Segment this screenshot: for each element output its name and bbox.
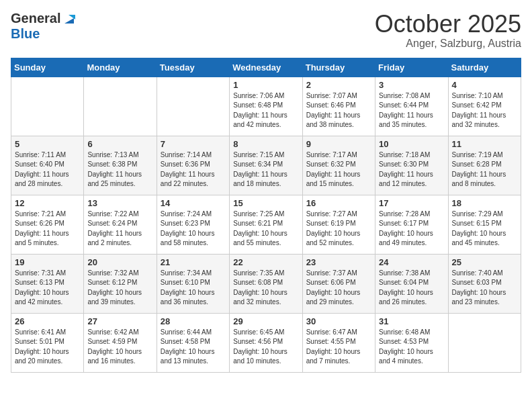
calendar-cell: 30Sunrise: 6:47 AMSunset: 4:55 PMDayligh… [302, 313, 375, 372]
calendar-cell: 13Sunrise: 7:22 AMSunset: 6:24 PMDayligh… [84, 195, 157, 254]
calendar-cell: 11Sunrise: 7:19 AMSunset: 6:28 PMDayligh… [448, 136, 521, 195]
logo-icon [62, 11, 77, 26]
day-info: Sunrise: 6:45 AMSunset: 4:56 PMDaylight:… [233, 328, 298, 367]
day-info: Sunrise: 7:28 AMSunset: 6:17 PMDaylight:… [379, 210, 444, 248]
calendar-cell: 21Sunrise: 7:34 AMSunset: 6:10 PMDayligh… [157, 254, 229, 313]
day-number: 15 [233, 198, 298, 208]
day-info: Sunrise: 7:19 AMSunset: 6:28 PMDaylight:… [452, 150, 517, 189]
day-number: 4 [452, 80, 517, 90]
day-number: 7 [161, 139, 226, 149]
day-info: Sunrise: 7:10 AMSunset: 6:42 PMDaylight:… [452, 91, 517, 130]
day-info: Sunrise: 7:37 AMSunset: 6:06 PMDaylight:… [306, 269, 371, 308]
calendar-table: SundayMondayTuesdayWednesdayThursdayFrid… [11, 58, 521, 373]
calendar-cell [157, 77, 229, 136]
calendar-cell: 27Sunrise: 6:42 AMSunset: 4:59 PMDayligh… [84, 313, 157, 372]
day-number: 27 [87, 316, 152, 326]
title-block: October 2025 Anger, Salzburg, Austria [375, 11, 521, 50]
day-number: 21 [161, 257, 226, 267]
day-info: Sunrise: 7:34 AMSunset: 6:10 PMDaylight:… [161, 269, 226, 308]
day-info: Sunrise: 7:25 AMSunset: 6:21 PMDaylight:… [233, 210, 298, 248]
day-info: Sunrise: 7:15 AMSunset: 6:34 PMDaylight:… [233, 150, 298, 189]
day-number: 5 [15, 139, 80, 149]
day-info: Sunrise: 7:38 AMSunset: 6:04 PMDaylight:… [379, 269, 444, 308]
day-info: Sunrise: 7:08 AMSunset: 6:44 PMDaylight:… [379, 91, 444, 130]
day-number: 13 [87, 198, 152, 208]
day-info: Sunrise: 7:07 AMSunset: 6:46 PMDaylight:… [306, 91, 371, 130]
day-number: 24 [379, 257, 444, 267]
day-number: 10 [379, 139, 444, 149]
calendar-cell: 29Sunrise: 6:45 AMSunset: 4:56 PMDayligh… [230, 313, 302, 372]
calendar-cell: 16Sunrise: 7:27 AMSunset: 6:19 PMDayligh… [302, 195, 375, 254]
day-number: 3 [379, 80, 444, 90]
day-number: 20 [87, 257, 152, 267]
calendar-cell [11, 77, 84, 136]
calendar-week-row: 5Sunrise: 7:11 AMSunset: 6:40 PMDaylight… [11, 136, 521, 195]
day-info: Sunrise: 7:29 AMSunset: 6:15 PMDaylight:… [452, 210, 517, 248]
day-info: Sunrise: 6:44 AMSunset: 4:58 PMDaylight:… [161, 328, 226, 367]
day-info: Sunrise: 7:35 AMSunset: 6:08 PMDaylight:… [233, 269, 298, 308]
calendar-header-row: SundayMondayTuesdayWednesdayThursdayFrid… [11, 58, 521, 77]
calendar-cell: 22Sunrise: 7:35 AMSunset: 6:08 PMDayligh… [230, 254, 302, 313]
day-info: Sunrise: 7:13 AMSunset: 6:38 PMDaylight:… [87, 150, 152, 189]
day-number: 29 [233, 316, 298, 326]
calendar-week-row: 26Sunrise: 6:41 AMSunset: 5:01 PMDayligh… [11, 313, 521, 372]
calendar-cell: 28Sunrise: 6:44 AMSunset: 4:58 PMDayligh… [157, 313, 229, 372]
day-number: 9 [306, 139, 371, 149]
calendar-cell: 2Sunrise: 7:07 AMSunset: 6:46 PMDaylight… [302, 77, 375, 136]
day-info: Sunrise: 7:11 AMSunset: 6:40 PMDaylight:… [15, 150, 80, 189]
calendar-cell: 10Sunrise: 7:18 AMSunset: 6:30 PMDayligh… [375, 136, 448, 195]
calendar-cell: 24Sunrise: 7:38 AMSunset: 6:04 PMDayligh… [375, 254, 448, 313]
month-title: October 2025 [375, 11, 521, 38]
calendar-week-row: 1Sunrise: 7:06 AMSunset: 6:48 PMDaylight… [11, 77, 521, 136]
day-info: Sunrise: 7:18 AMSunset: 6:30 PMDaylight:… [379, 150, 444, 189]
calendar-cell: 19Sunrise: 7:31 AMSunset: 6:13 PMDayligh… [11, 254, 84, 313]
calendar-cell: 18Sunrise: 7:29 AMSunset: 6:15 PMDayligh… [448, 195, 521, 254]
day-info: Sunrise: 6:48 AMSunset: 4:53 PMDaylight:… [379, 328, 444, 367]
calendar-week-row: 19Sunrise: 7:31 AMSunset: 6:13 PMDayligh… [11, 254, 521, 313]
day-info: Sunrise: 7:21 AMSunset: 6:26 PMDaylight:… [15, 210, 80, 248]
day-info: Sunrise: 7:24 AMSunset: 6:23 PMDaylight:… [161, 210, 226, 248]
logo: General Blue [11, 11, 77, 42]
calendar-header-tuesday: Tuesday [157, 58, 229, 77]
day-number: 22 [233, 257, 298, 267]
calendar-cell: 26Sunrise: 6:41 AMSunset: 5:01 PMDayligh… [11, 313, 84, 372]
svg-marker-1 [69, 15, 75, 19]
calendar-cell [84, 77, 157, 136]
calendar-cell: 17Sunrise: 7:28 AMSunset: 6:17 PMDayligh… [375, 195, 448, 254]
logo-general-text: General [11, 11, 60, 26]
day-number: 14 [161, 198, 226, 208]
day-info: Sunrise: 7:32 AMSunset: 6:12 PMDaylight:… [87, 269, 152, 308]
calendar-cell: 20Sunrise: 7:32 AMSunset: 6:12 PMDayligh… [84, 254, 157, 313]
calendar-cell: 31Sunrise: 6:48 AMSunset: 4:53 PMDayligh… [375, 313, 448, 372]
calendar-cell: 3Sunrise: 7:08 AMSunset: 6:44 PMDaylight… [375, 77, 448, 136]
calendar-header-monday: Monday [84, 58, 157, 77]
day-number: 11 [452, 139, 517, 149]
day-number: 25 [452, 257, 517, 267]
calendar-cell: 12Sunrise: 7:21 AMSunset: 6:26 PMDayligh… [11, 195, 84, 254]
calendar-cell: 25Sunrise: 7:40 AMSunset: 6:03 PMDayligh… [448, 254, 521, 313]
calendar-cell: 5Sunrise: 7:11 AMSunset: 6:40 PMDaylight… [11, 136, 84, 195]
day-number: 1 [233, 80, 298, 90]
calendar-cell: 7Sunrise: 7:14 AMSunset: 6:36 PMDaylight… [157, 136, 229, 195]
logo-blue-text: Blue [11, 26, 40, 42]
calendar-cell [448, 313, 521, 372]
day-number: 30 [306, 316, 371, 326]
day-number: 23 [306, 257, 371, 267]
calendar-week-row: 12Sunrise: 7:21 AMSunset: 6:26 PMDayligh… [11, 195, 521, 254]
day-info: Sunrise: 7:06 AMSunset: 6:48 PMDaylight:… [233, 91, 298, 130]
calendar-cell: 23Sunrise: 7:37 AMSunset: 6:06 PMDayligh… [302, 254, 375, 313]
day-info: Sunrise: 7:17 AMSunset: 6:32 PMDaylight:… [306, 150, 371, 189]
day-info: Sunrise: 6:42 AMSunset: 4:59 PMDaylight:… [87, 328, 152, 367]
calendar-header-friday: Friday [375, 58, 448, 77]
calendar-header-sunday: Sunday [11, 58, 84, 77]
day-number: 17 [379, 198, 444, 208]
day-number: 26 [15, 316, 80, 326]
day-number: 12 [15, 198, 80, 208]
day-info: Sunrise: 6:47 AMSunset: 4:55 PMDaylight:… [306, 328, 371, 367]
day-info: Sunrise: 6:41 AMSunset: 5:01 PMDaylight:… [15, 328, 80, 367]
day-info: Sunrise: 7:27 AMSunset: 6:19 PMDaylight:… [306, 210, 371, 248]
calendar-cell: 4Sunrise: 7:10 AMSunset: 6:42 PMDaylight… [448, 77, 521, 136]
day-number: 18 [452, 198, 517, 208]
day-info: Sunrise: 7:31 AMSunset: 6:13 PMDaylight:… [15, 269, 80, 308]
day-info: Sunrise: 7:40 AMSunset: 6:03 PMDaylight:… [452, 269, 517, 308]
